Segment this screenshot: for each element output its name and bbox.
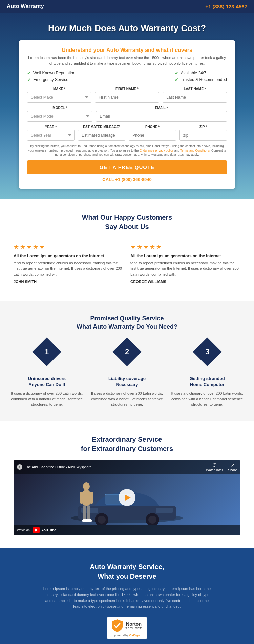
service-title: Promised Quality ServiceWhat Auto Warran… bbox=[10, 314, 244, 331]
service-section: Promised Quality ServiceWhat Auto Warran… bbox=[0, 301, 254, 421]
features-left: ✔ Well Known Reputation ✔ Emergency Serv… bbox=[27, 70, 76, 82]
mileage-group: ESTIMATED MILEAGE* bbox=[78, 125, 125, 141]
step-text-3: It uses a dictionary of over 200 Latin w… bbox=[170, 390, 244, 407]
make-label: MAKE * bbox=[27, 87, 91, 91]
call-number[interactable]: +1 (800) 369-8940 bbox=[115, 177, 151, 182]
model-group: MODEL * Select Model bbox=[27, 106, 92, 122]
lastname-input[interactable] bbox=[163, 92, 227, 103]
reviews-section: What Our Happy CustomersSay About Us ★ ★… bbox=[0, 199, 254, 301]
review-card-1: ★ ★ ★ ★ ★ All the Lorem Ipsum generators… bbox=[14, 240, 124, 287]
features-right: ✔ Available 24/7 ✔ Trusted & Recommended bbox=[175, 70, 227, 82]
check-icon: ✔ bbox=[27, 70, 31, 76]
svg-rect-12 bbox=[90, 492, 93, 504]
star: ★ bbox=[137, 243, 142, 251]
email-label: EMAIL * bbox=[96, 106, 227, 110]
video-bottom-bar: Watch on YouTube bbox=[14, 525, 240, 535]
firstname-label: FIRST NAME * bbox=[95, 87, 159, 91]
zip-group: ZIP * bbox=[179, 125, 227, 141]
check-icon: ✔ bbox=[27, 77, 31, 82]
svg-point-3 bbox=[98, 516, 106, 524]
phone-input[interactable] bbox=[129, 130, 176, 141]
watch-later-button[interactable]: ⏱ Watch later bbox=[206, 462, 223, 472]
make-group: MAKE * Select Make bbox=[27, 87, 91, 103]
mileage-label: ESTIMATED MILEAGE* bbox=[78, 125, 125, 129]
youtube-play-icon bbox=[35, 528, 38, 532]
star: ★ bbox=[130, 243, 136, 251]
year-select[interactable]: Select Year bbox=[27, 130, 75, 141]
step-heading-3: Getting strandedHome Computer bbox=[170, 376, 244, 388]
firstname-group: FIRST NAME * bbox=[95, 87, 159, 103]
star: ★ bbox=[156, 243, 162, 251]
zip-label: ZIP * bbox=[179, 125, 227, 129]
review-author-1: JOHN SMITH bbox=[14, 280, 124, 284]
person-silhouette bbox=[77, 482, 96, 526]
star: ★ bbox=[143, 243, 149, 251]
step-number-2: 2 bbox=[125, 347, 129, 356]
step-number-1: 1 bbox=[45, 347, 49, 356]
video-title-text: The Audi Car of the Future - Audi Skysph… bbox=[25, 465, 91, 469]
svg-rect-8 bbox=[156, 508, 173, 513]
email-input[interactable] bbox=[96, 111, 227, 122]
youtube-text: YouTube bbox=[41, 528, 57, 532]
reviews-title: What Our Happy CustomersSay About Us bbox=[14, 213, 240, 232]
footer-description: Lorem Ipsum is simply dummy text of the … bbox=[42, 586, 212, 610]
watch-on-text: Watch on bbox=[17, 528, 30, 532]
svg-point-16 bbox=[86, 519, 92, 522]
feature-trusted: ✔ Trusted & Recommended bbox=[175, 77, 227, 82]
get-quote-button[interactable]: GET A FREE QUOTE bbox=[27, 160, 227, 174]
star: ★ bbox=[150, 243, 155, 251]
svg-rect-14 bbox=[87, 505, 90, 521]
step-heading-1: Uninsured driversAnyone Can Do It bbox=[10, 376, 84, 388]
step-card-2: 2 Liability coverageNecessary It uses a … bbox=[90, 342, 164, 407]
norton-secured-text: SECURED bbox=[125, 627, 143, 630]
quote-form-card: Understand your Auto Warranty and what i… bbox=[19, 40, 235, 189]
star: ★ bbox=[33, 243, 38, 251]
firstname-input[interactable] bbox=[95, 92, 159, 103]
step-card-3: 3 Getting strandedHome Computer It uses … bbox=[170, 342, 244, 407]
norton-shield-wrapper bbox=[112, 619, 123, 632]
norton-badge: Norton SECURED powered by VeriSign bbox=[107, 617, 147, 639]
zip-input[interactable] bbox=[179, 130, 227, 141]
hero-section: How Much Does Auto Warranty Cost? Unders… bbox=[0, 13, 254, 199]
norton-text-group: Norton SECURED bbox=[125, 621, 143, 630]
norton-name: Norton bbox=[125, 621, 143, 627]
step-number-3: 3 bbox=[205, 347, 209, 356]
review-heading-1: All the Lorem Ipsum generators on the In… bbox=[14, 254, 124, 258]
email-group: EMAIL * bbox=[96, 106, 227, 122]
norton-top: Norton SECURED bbox=[112, 619, 143, 632]
lastname-label: LAST NAME * bbox=[163, 87, 227, 91]
hero-title: How Much Does Auto Warranty Cost? bbox=[48, 23, 206, 34]
video-section-title: Extraordinary Servicefor Extraordinary C… bbox=[14, 435, 240, 454]
play-triangle-icon bbox=[125, 494, 131, 501]
video-play-button[interactable] bbox=[119, 489, 135, 506]
video-section: Extraordinary Servicefor Extraordinary C… bbox=[0, 421, 254, 548]
video-thumbnail: A The Audi Car of the Future - Audi Skys… bbox=[14, 460, 240, 535]
phone-group: PHONE * bbox=[129, 125, 176, 141]
step-heading-2: Liability coverageNecessary bbox=[90, 376, 164, 388]
star: ★ bbox=[26, 243, 32, 251]
mileage-input[interactable] bbox=[78, 130, 125, 141]
header-phone[interactable]: +1 (888) 123-4567 bbox=[205, 4, 247, 9]
svg-rect-11 bbox=[80, 492, 83, 504]
form-row-make: MAKE * Select Make FIRST NAME * LAST NAM… bbox=[27, 87, 227, 103]
share-button[interactable]: ↗ Share bbox=[228, 462, 237, 472]
stars-1: ★ ★ ★ ★ ★ bbox=[14, 243, 124, 251]
form-call: CALL +1 (800) 369-8940 bbox=[27, 177, 227, 182]
form-card-description: Lorem Ipsum has been the industry's stan… bbox=[27, 55, 227, 66]
review-text-2: tend to repeat predefined chunks as nece… bbox=[130, 260, 240, 277]
model-select[interactable]: Select Model bbox=[27, 111, 92, 122]
video-wrapper[interactable]: A The Audi Car of the Future - Audi Skys… bbox=[14, 460, 240, 535]
stars-2: ★ ★ ★ ★ ★ bbox=[130, 243, 240, 251]
channel-avatar: A bbox=[17, 464, 22, 470]
form-row-model: MODEL * Select Model EMAIL * bbox=[27, 106, 227, 122]
make-select[interactable]: Select Make bbox=[27, 92, 91, 103]
review-author-2: GEORGE WILLIAMS bbox=[130, 280, 240, 284]
header: Auto Warranty +1 (888) 123-4567 bbox=[0, 0, 254, 13]
youtube-logo[interactable]: YouTube bbox=[33, 527, 57, 533]
steps-grid: 1 Uninsured driversAnyone Can Do It It u… bbox=[10, 342, 244, 407]
review-card-2: ★ ★ ★ ★ ★ All the Lorem Ipsum generators… bbox=[130, 240, 240, 287]
step-diamond-3: 3 bbox=[193, 337, 221, 366]
model-label: MODEL * bbox=[27, 106, 92, 110]
star: ★ bbox=[14, 243, 19, 251]
step-card-1: 1 Uninsured driversAnyone Can Do It It u… bbox=[10, 342, 84, 407]
